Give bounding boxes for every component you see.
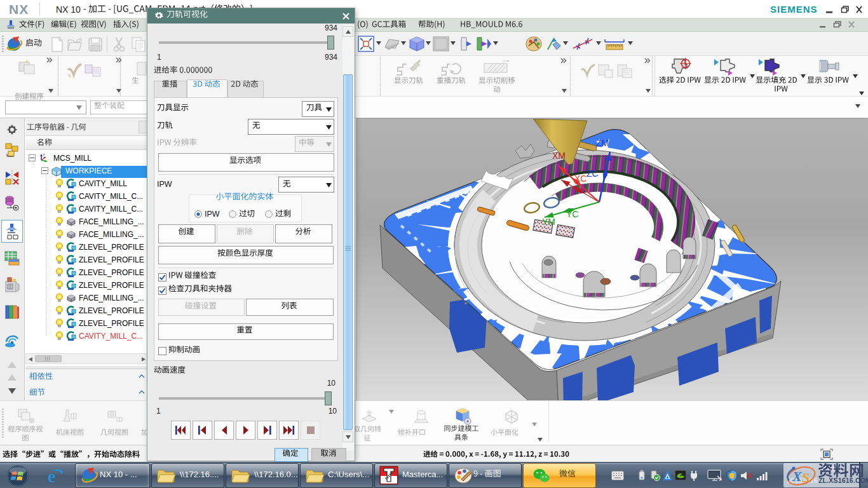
svg-text:S: S <box>802 470 810 485</box>
svg-text:ZC: ZC <box>587 168 599 179</box>
svg-text:XM: XM <box>552 151 566 161</box>
svg-text:X: X <box>792 468 803 484</box>
svg-text:XC: XC <box>574 173 587 184</box>
svg-text:YC: YC <box>566 209 578 219</box>
svg-text:YM: YM <box>542 217 555 227</box>
svg-text:e: e <box>48 467 55 485</box>
svg-text:z: z <box>43 152 45 156</box>
svg-text:ZM: ZM <box>596 138 609 148</box>
